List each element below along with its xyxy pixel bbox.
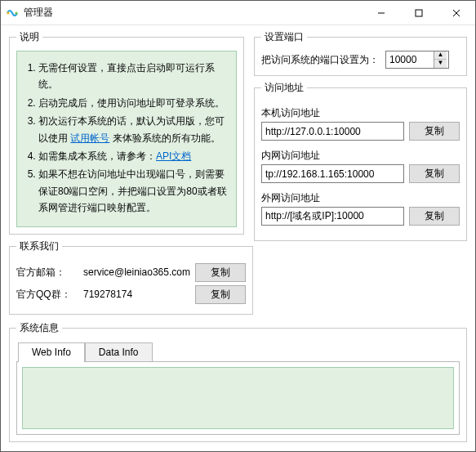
email-value: service@leiniao365.com	[83, 266, 190, 278]
instructions-legend: 说明	[16, 30, 42, 44]
copy-lan-button[interactable]: 复制	[409, 164, 460, 183]
copy-email-button[interactable]: 复制	[195, 263, 246, 282]
titlebar: 管理器	[1, 1, 475, 25]
instruction-item: 无需任何设置，直接点击启动即可运行系统。	[38, 60, 228, 93]
tab-web-info[interactable]: Web Info	[18, 342, 85, 362]
sysinfo-group: 系统信息 Web Info Data Info	[9, 321, 467, 442]
address-group: 访问地址 本机访问地址 复制 内网访问地址 复制 外网访问地址 复制	[254, 81, 467, 241]
port-group: 设置端口 把访问系统的端口设置为： ▲ ▼	[254, 30, 467, 76]
qq-label: 官方QQ群：	[16, 288, 78, 302]
copy-wan-button[interactable]: 复制	[409, 207, 460, 226]
app-window: 管理器 说明 无需任何设置，直接点击启动即可运行系统。 启动完成后，使用访问地址…	[0, 0, 476, 452]
local-address-label: 本机访问地址	[261, 106, 460, 120]
footer: 启动	[1, 447, 475, 452]
close-icon	[452, 9, 460, 17]
lan-address-label: 内网访问地址	[261, 149, 460, 163]
lan-address-input[interactable]	[261, 164, 404, 183]
instructions-box: 无需任何设置，直接点击启动即可运行系统。 启动完成后，使用访问地址即可登录系统。…	[16, 51, 237, 227]
close-button[interactable]	[438, 1, 475, 25]
api-doc-link[interactable]: API文档	[156, 150, 191, 162]
window-title: 管理器	[24, 6, 53, 20]
instruction-item: 初次运行本系统的话，默认为试用版，您可以使用 试用帐号 来体验系统的所有功能。	[38, 113, 228, 146]
tab-data-info[interactable]: Data Info	[85, 342, 153, 362]
instructions-group: 说明 无需任何设置，直接点击启动即可运行系统。 启动完成后，使用访问地址即可登录…	[9, 30, 244, 235]
contact-legend: 联系我们	[16, 239, 62, 253]
port-spin-down[interactable]: ▼	[434, 60, 447, 68]
app-icon	[6, 7, 19, 20]
port-label: 把访问系统的端口设置为：	[261, 53, 379, 67]
wan-address-input[interactable]	[261, 207, 404, 226]
port-legend: 设置端口	[261, 30, 307, 44]
copy-qq-button[interactable]: 复制	[195, 285, 246, 304]
svg-rect-3	[416, 10, 422, 16]
wan-address-label: 外网访问地址	[261, 191, 460, 205]
address-legend: 访问地址	[261, 81, 307, 95]
minimize-icon	[377, 9, 385, 17]
sysinfo-legend: 系统信息	[16, 321, 62, 335]
contact-group: 联系我们 官方邮箱： service@leiniao365.com 复制 官方Q…	[9, 239, 253, 315]
instruction-item: 启动完成后，使用访问地址即可登录系统。	[38, 95, 228, 111]
port-input[interactable]	[386, 51, 434, 68]
email-label: 官方邮箱：	[16, 266, 78, 280]
qq-value: 719278174	[83, 289, 190, 300]
local-address-input[interactable]	[261, 122, 404, 141]
maximize-icon	[415, 9, 423, 17]
instruction-item: 如需集成本系统，请参考：API文档	[38, 148, 228, 164]
port-spinner[interactable]: ▲ ▼	[385, 51, 449, 69]
svg-point-0	[7, 11, 9, 14]
sysinfo-tab-body	[16, 361, 460, 435]
copy-local-button[interactable]: 复制	[409, 122, 460, 141]
maximize-button[interactable]	[400, 1, 438, 25]
minimize-button[interactable]	[363, 1, 400, 25]
web-info-panel	[22, 367, 454, 429]
sysinfo-tabs: Web Info Data Info	[18, 342, 460, 362]
svg-point-1	[15, 11, 17, 14]
instruction-item: 如果不想在访问地址中出现端口号，则需要保证80端口空闲，并把端口设置为80或者联…	[38, 166, 228, 216]
trial-account-link[interactable]: 试用帐号	[70, 132, 109, 144]
